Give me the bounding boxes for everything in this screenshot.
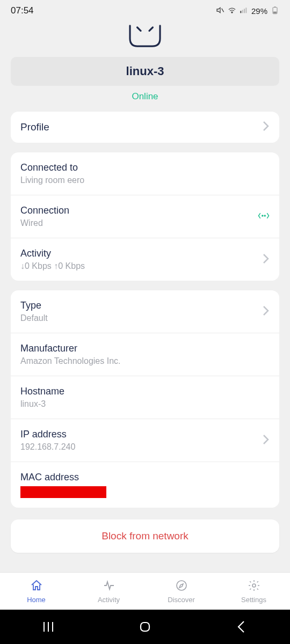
chevron-right-icon	[262, 434, 270, 447]
device-name[interactable]: linux-3	[11, 57, 279, 86]
profile-card: Profile	[11, 112, 279, 143]
svg-line-0	[222, 8, 224, 12]
svg-rect-3	[242, 10, 243, 13]
discover-icon	[175, 579, 189, 594]
nav-home-label: Home	[27, 596, 46, 604]
block-from-network-button[interactable]: Block from network	[11, 519, 279, 553]
battery-text: 29%	[251, 6, 267, 16]
type-label: Type	[20, 300, 262, 311]
wired-connection-icon	[258, 211, 270, 222]
svg-point-14	[252, 584, 256, 587]
battery-icon	[271, 6, 279, 16]
svg-rect-5	[245, 8, 247, 13]
type-row[interactable]: Type Default	[11, 290, 279, 333]
nav-settings[interactable]: Settings	[218, 573, 290, 610]
bottom-nav: Home Activity Discover Settings	[0, 572, 290, 610]
manufacturer-label: Manufacturer	[20, 343, 270, 354]
nav-discover[interactable]: Discover	[145, 573, 218, 610]
ip-row[interactable]: IP address 192.168.7.240	[11, 419, 279, 462]
connection-value: Wired	[20, 218, 258, 228]
svg-point-12	[264, 215, 265, 216]
wifi-icon	[228, 6, 236, 16]
status-bar: 07:54 29%	[0, 0, 290, 19]
chevron-right-icon	[262, 121, 270, 134]
manufacturer-value: Amazon Technologies Inc.	[20, 356, 270, 366]
connection-label: Connection	[20, 205, 258, 216]
android-nav-bar	[0, 610, 290, 644]
activity-row[interactable]: Activity ↓0 Kbps ↑0 Kbps	[11, 238, 279, 281]
svg-point-11	[262, 215, 263, 216]
nav-discover-label: Discover	[168, 596, 195, 604]
svg-rect-7	[274, 6, 276, 7]
nav-settings-label: Settings	[241, 596, 266, 604]
chevron-right-icon	[262, 305, 270, 318]
android-back-button[interactable]	[220, 619, 263, 634]
home-icon	[30, 579, 44, 594]
activity-label: Activity	[20, 248, 262, 259]
connection-card: Connected to Living room eero Connection…	[11, 152, 279, 281]
ip-label: IP address	[20, 429, 262, 440]
nav-activity-label: Activity	[98, 596, 120, 604]
nav-home[interactable]: Home	[0, 573, 73, 610]
details-card: Type Default Manufacturer Amazon Technol…	[11, 290, 279, 508]
signal-icon	[240, 6, 248, 16]
hostname-value: linux-3	[20, 399, 270, 409]
type-value: Default	[20, 313, 262, 323]
mac-label: MAC address	[20, 472, 270, 483]
profile-row[interactable]: Profile	[11, 112, 279, 143]
chevron-right-icon	[262, 253, 270, 266]
status-time: 07:54	[11, 5, 34, 16]
hostname-row: Hostname linux-3	[11, 376, 279, 419]
nav-activity[interactable]: Activity	[73, 573, 145, 610]
connected-to-value: Living room eero	[20, 175, 270, 185]
activity-value: ↓0 Kbps ↑0 Kbps	[20, 261, 262, 271]
android-recents-button[interactable]	[27, 619, 70, 634]
device-status: Online	[11, 91, 279, 102]
mac-row: MAC address	[11, 462, 279, 508]
connected-to-label: Connected to	[20, 162, 270, 173]
svg-line-9	[137, 27, 141, 31]
svg-line-10	[149, 27, 153, 31]
mac-value-redacted	[20, 486, 106, 498]
svg-point-1	[231, 12, 233, 13]
connected-to-row: Connected to Living room eero	[11, 152, 279, 195]
android-home-button[interactable]	[124, 619, 166, 634]
mute-icon	[216, 6, 224, 16]
manufacturer-row: Manufacturer Amazon Technologies Inc.	[11, 333, 279, 376]
status-indicators: 29%	[216, 6, 279, 16]
connection-row: Connection Wired	[11, 195, 279, 238]
ip-value: 192.168.7.240	[20, 442, 262, 452]
hostname-label: Hostname	[20, 386, 270, 397]
svg-rect-18	[141, 623, 149, 631]
svg-rect-4	[244, 9, 245, 13]
profile-label: Profile	[20, 121, 262, 133]
settings-icon	[247, 579, 261, 594]
svg-rect-2	[240, 11, 241, 13]
svg-point-13	[177, 581, 186, 590]
activity-icon	[102, 579, 116, 594]
svg-rect-8	[273, 11, 277, 13]
device-avatar-icon	[11, 23, 279, 49]
